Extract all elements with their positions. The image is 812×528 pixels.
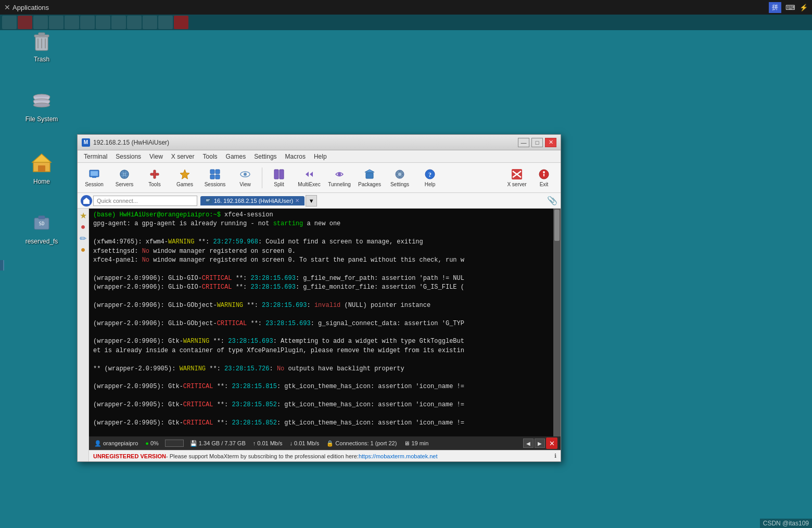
toolbar-xserver[interactable]: X server [502, 164, 531, 191]
app-menu[interactable]: Applications [12, 4, 49, 11]
desktop-icon-trash[interactable]: Trash [18, 29, 65, 63]
svg-point-30 [244, 173, 247, 176]
svg-rect-26 [215, 170, 220, 174]
sidebar-btn-1[interactable]: ★ [79, 211, 88, 220]
user-icon: 👤 [94, 440, 102, 447]
taskbar-top: ✕ Applications 拼 ⌨ ⚡ [0, 0, 812, 15]
title-bar: M 192.168.2.15 (HwHiAiUser) — □ ✕ [78, 135, 561, 150]
status-download: ↓ 0.01 Mb/s [288, 440, 322, 446]
packages-icon [363, 168, 376, 181]
menu-games[interactable]: Games [222, 152, 250, 161]
input-method-icon: 拼 [769, 2, 781, 13]
toolbar-games[interactable]: Games [170, 164, 199, 191]
terminal-line-blank-9 [93, 410, 549, 419]
svg-rect-34 [366, 173, 373, 178]
svg-marker-11 [32, 154, 51, 162]
disconnect-button[interactable]: ✕ [546, 437, 557, 449]
terminal-tab[interactable]: 16. 192.168.2.15 (HwHiAiUser) ✕ [200, 196, 304, 205]
toolbar-exit[interactable]: Exit [531, 164, 556, 191]
menu-tools[interactable]: Tools [199, 152, 222, 161]
taskbar-strip [0, 15, 812, 30]
strip-icon-5[interactable] [65, 16, 79, 29]
packages-label: Packages [358, 182, 381, 187]
toolbar-help[interactable]: ? Help [415, 164, 445, 191]
scrollbar-thumb[interactable] [554, 210, 560, 241]
svg-rect-32 [280, 170, 284, 179]
maximize-button[interactable]: □ [531, 138, 543, 147]
strip-icon-7[interactable] [96, 16, 110, 29]
strip-icon-8[interactable] [111, 16, 126, 29]
terminal-scrollbar[interactable] [553, 209, 561, 436]
home-label: Home [33, 178, 50, 185]
menu-settings[interactable]: Settings [250, 152, 281, 161]
toolbar-session[interactable]: Session [80, 164, 109, 191]
mobaxterm-link[interactable]: https://mobaxterm.mobatek.net [359, 453, 438, 459]
terminal[interactable]: (base) HwHiAiUser@orangepiaipro:~$ xfce4… [89, 209, 553, 436]
svg-rect-23 [154, 170, 156, 178]
terminal-line-7: (wrapper-2.0:9906): GLib-GIO-CRITICAL **… [93, 283, 549, 292]
toolbar-settings[interactable]: Settings [385, 164, 414, 191]
toolbar-split[interactable]: Split [264, 164, 294, 191]
menu-macros[interactable]: Macros [281, 152, 310, 161]
terminal-line-blank-5 [93, 328, 549, 337]
paperclip-icon[interactable]: 📎 [547, 196, 557, 205]
terminal-line-blank-1 [93, 229, 549, 238]
terminal-line-10: (wrapper-2.0:9906): Gtk-WARNING **: 23:2… [93, 337, 549, 346]
toolbar-view[interactable]: View [231, 164, 260, 191]
toolbar-sessions[interactable]: Sessions [200, 164, 230, 191]
menu-sessions[interactable]: Sessions [111, 152, 145, 161]
sidebar-btn-4[interactable]: ● [79, 245, 88, 254]
view-icon [239, 168, 251, 181]
menu-terminal[interactable]: Terminal [80, 152, 111, 161]
status-bar-nav: ◀ ▶ ✕ [523, 437, 557, 449]
games-label: Games [176, 182, 193, 187]
nav-next-button[interactable]: ▶ [535, 439, 545, 448]
tunneling-icon [333, 168, 346, 181]
multiexec-label: MultiExec [298, 182, 320, 187]
tab-nav-button[interactable]: ▼ [306, 195, 317, 207]
desktop-icon-reserved-fs[interactable]: SD reserved_fs [18, 211, 65, 245]
strip-icon-6[interactable] [80, 16, 95, 29]
svg-marker-24 [180, 170, 189, 179]
strip-icon-1[interactable] [2, 16, 17, 29]
svg-marker-46 [83, 198, 90, 204]
sidebar-btn-3[interactable]: ✏ [79, 234, 88, 243]
minimize-button[interactable]: — [518, 138, 529, 147]
csdn-watermark: CSDN @itas109 [760, 519, 812, 528]
reserved-fs-label: reserved_fs [26, 238, 58, 245]
status-bar: 👤 orangepiaipro ● 0% 💾 1.34 GB / 7.37 GB… [89, 436, 561, 450]
servers-label: Servers [116, 182, 133, 187]
terminal-line-2: gpg-agent: a gpg-agent is already runnin… [93, 220, 549, 228]
desktop-icon-home[interactable]: Home [18, 151, 65, 185]
nav-prev-button[interactable]: ◀ [523, 439, 534, 448]
desktop-icon-filesystem[interactable]: File System [18, 88, 65, 123]
status-upload: ↑ 0.01 Mb/s [251, 440, 285, 446]
status-storage-val: 1.34 GB / 7.37 GB [199, 440, 246, 446]
svg-rect-28 [215, 175, 220, 179]
strip-icon-2[interactable] [18, 16, 32, 29]
close-button[interactable]: ✕ [545, 138, 556, 147]
quick-connect-input[interactable] [93, 196, 197, 206]
toolbar-packages[interactable]: Packages [355, 164, 384, 191]
svg-rect-10 [38, 165, 45, 172]
strip-icon-3[interactable] [33, 16, 48, 29]
strip-icon-4[interactable] [49, 16, 64, 29]
window-title: 192.168.2.15 (HwHiAiUser) [93, 139, 518, 146]
strip-icon-10[interactable] [143, 16, 157, 29]
strip-icon-12[interactable] [174, 16, 188, 29]
tab-close-button[interactable]: ✕ [295, 198, 299, 203]
toolbar-tools[interactable]: Tools [140, 164, 169, 191]
terminal-line-11: et is already inside a container of type… [93, 346, 549, 355]
toolbar-tunneling[interactable]: Tunneling [325, 164, 354, 191]
status-upload-val: 0.01 Mb/s [257, 440, 282, 446]
toolbar-multiexec[interactable]: MultiExec [295, 164, 324, 191]
sidebar-btn-2[interactable]: ● [79, 222, 88, 231]
menu-help[interactable]: Help [310, 152, 331, 161]
strip-icon-9[interactable] [127, 16, 142, 29]
strip-icon-11[interactable] [158, 16, 173, 29]
toolbar-servers[interactable]: Servers [110, 164, 139, 191]
menu-view[interactable]: View [145, 152, 167, 161]
menu-xserver[interactable]: X server [167, 152, 199, 161]
support-text: - Please support MobaXterm by subscribin… [166, 453, 359, 459]
unregistered-text: UNREGISTERED VERSION [93, 453, 166, 459]
